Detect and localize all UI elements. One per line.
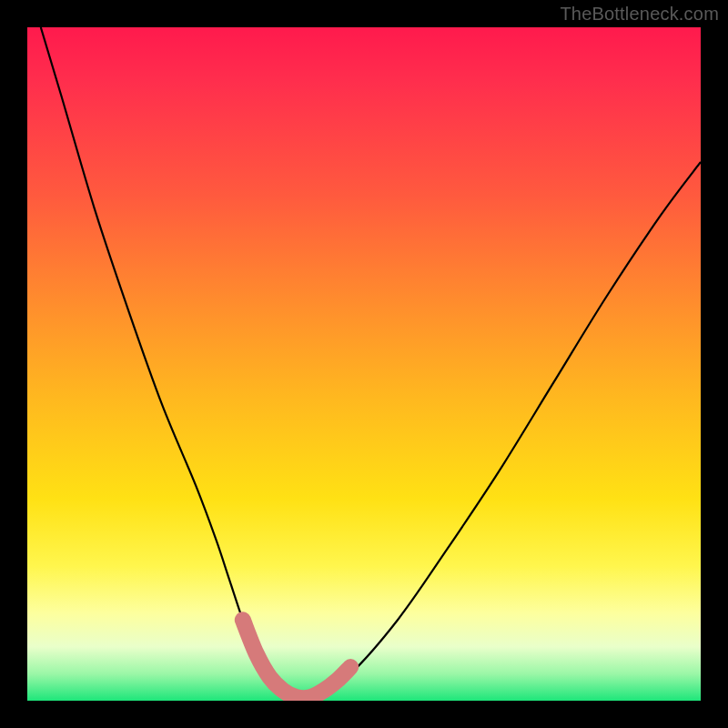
bottleneck-curve <box>41 27 701 698</box>
curve-layer <box>27 27 701 701</box>
watermark-text: TheBottleneck.com <box>560 4 719 25</box>
plot-area <box>27 27 701 701</box>
trough-marker <box>243 620 350 698</box>
chart-frame: TheBottleneck.com <box>0 0 728 728</box>
